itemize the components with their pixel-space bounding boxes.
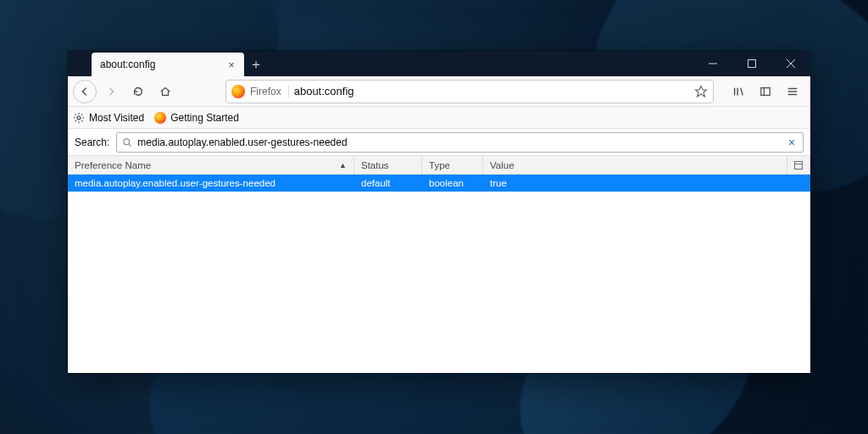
bookmark-getting-started[interactable]: Getting Started	[154, 112, 239, 124]
svg-rect-16	[795, 161, 803, 169]
column-label: Type	[429, 160, 450, 170]
search-icon	[122, 137, 132, 147]
tab-title: about:config	[100, 58, 225, 70]
table-body: media.autoplay.enabled.user-gestures-nee…	[68, 175, 810, 373]
column-picker-button[interactable]	[787, 156, 810, 174]
back-button[interactable]	[73, 80, 97, 103]
column-label: Preference Name	[75, 160, 151, 170]
cell-status: default	[354, 178, 422, 188]
search-box[interactable]: ×	[116, 132, 804, 153]
bookmark-label: Most Visited	[89, 112, 144, 124]
firefox-icon	[154, 112, 166, 124]
maximize-button[interactable]	[732, 51, 771, 76]
bookmark-most-visited[interactable]: Most Visited	[73, 112, 144, 124]
column-header-value[interactable]: Value	[483, 156, 787, 174]
reload-button[interactable]	[125, 79, 151, 104]
cell-name: media.autoplay.enabled.user-gestures-nee…	[68, 178, 354, 188]
firefox-icon	[231, 85, 245, 98]
table-header: Preference Name ▲ Status Type Value	[68, 156, 810, 175]
svg-rect-1	[748, 60, 756, 68]
bookmarks-toolbar: Most Visited Getting Started	[68, 107, 810, 129]
url-text: about:config	[294, 85, 694, 97]
cell-type: boolean	[422, 178, 483, 188]
browser-window: about:config × ＋	[68, 51, 810, 373]
gear-icon	[73, 112, 85, 124]
search-row: Search: ×	[68, 129, 810, 156]
close-window-button[interactable]	[771, 51, 810, 76]
bookmark-label: Getting Started	[170, 112, 239, 124]
svg-point-13	[77, 116, 81, 120]
close-tab-icon[interactable]: ×	[225, 58, 237, 70]
new-tab-button[interactable]: ＋	[244, 53, 268, 76]
svg-line-15	[130, 144, 131, 146]
cell-value: true	[483, 178, 810, 188]
tab-about-config[interactable]: about:config ×	[92, 53, 244, 76]
minimize-button[interactable]	[693, 51, 732, 76]
column-header-status[interactable]: Status	[354, 156, 422, 174]
column-header-name[interactable]: Preference Name ▲	[68, 156, 354, 174]
column-label: Value	[490, 160, 515, 170]
svg-line-7	[741, 87, 743, 95]
column-header-type[interactable]: Type	[422, 156, 483, 174]
svg-marker-4	[696, 86, 707, 97]
titlebar: about:config × ＋	[68, 51, 810, 76]
svg-point-14	[124, 138, 130, 144]
sort-ascending-icon: ▲	[339, 161, 347, 170]
library-button[interactable]	[726, 79, 751, 104]
home-button[interactable]	[153, 79, 178, 104]
table-row[interactable]: media.autoplay.enabled.user-gestures-nee…	[68, 175, 810, 192]
svg-rect-8	[761, 87, 771, 95]
identity-label: Firefox	[250, 86, 289, 97]
url-bar[interactable]: Firefox about:config	[225, 80, 714, 103]
nav-toolbar: Firefox about:config	[68, 76, 810, 107]
search-input[interactable]	[137, 136, 786, 148]
forward-button[interactable]	[98, 79, 124, 104]
clear-search-icon[interactable]: ×	[786, 136, 798, 149]
menu-button[interactable]	[780, 79, 805, 104]
search-label: Search:	[75, 136, 109, 148]
bookmark-star-icon[interactable]	[694, 85, 708, 98]
window-controls	[693, 51, 810, 76]
sidebar-button[interactable]	[753, 79, 778, 104]
toolbar-right	[726, 79, 805, 104]
column-label: Status	[361, 160, 389, 170]
